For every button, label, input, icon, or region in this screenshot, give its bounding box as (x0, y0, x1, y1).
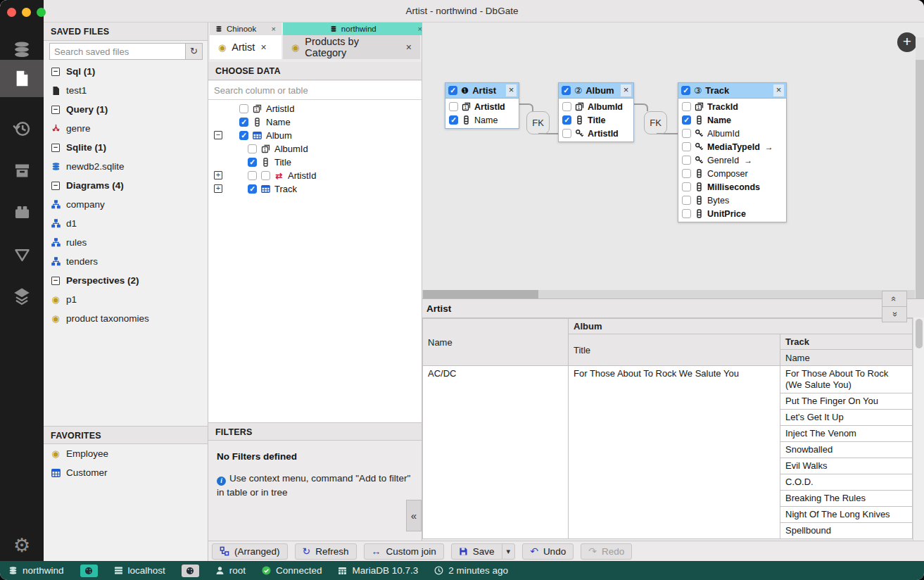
saved-file-product-taxonomies[interactable]: ◉product taxonomies (44, 309, 208, 328)
node-column-row[interactable]: Milliseconds (678, 180, 786, 194)
cell-artist-name[interactable]: AC/DC (423, 366, 569, 539)
expand-reference-arrow[interactable]: → (765, 142, 773, 152)
refresh-button[interactable]: ↻ Refresh (295, 543, 357, 560)
cell-track-name[interactable]: Night Of The Long Knives (780, 507, 913, 523)
tree-row-artistid[interactable]: 1 ArtistId (208, 102, 422, 115)
checkbox[interactable] (248, 144, 257, 153)
node-column-row[interactable]: ArtistId (559, 127, 633, 140)
node-column-row[interactable]: Name (678, 113, 786, 127)
checkbox[interactable] (562, 129, 571, 138)
fk-join-badge[interactable]: FK (526, 111, 550, 134)
checkbox[interactable] (682, 156, 691, 165)
statusbar-server[interactable]: localhost (114, 565, 165, 576)
sidebar-item-settings[interactable]: ⚙ (0, 528, 44, 563)
saved-group-diagrams[interactable]: −Diagrams (4) (44, 176, 208, 195)
statusbar-database[interactable]: northwind (8, 565, 64, 576)
node-header-artist[interactable]: ❶ Artist × (445, 83, 519, 99)
cell-track-name[interactable]: For Those About To Rock (We Salute You) (780, 366, 913, 393)
checkbox[interactable] (562, 86, 571, 95)
checkbox[interactable] (239, 118, 248, 127)
saved-file-newdb2[interactable]: newdb2.sqlite (44, 157, 208, 176)
close-icon[interactable]: × (621, 84, 631, 96)
checkbox[interactable] (248, 184, 257, 194)
reload-files-icon[interactable]: ↻ (186, 43, 203, 60)
node-column-row[interactable]: GenreId→ (678, 153, 786, 167)
node-column-row[interactable]: 1AlbumId (559, 100, 633, 113)
saved-group-query[interactable]: −Query (1) (44, 100, 208, 119)
checkbox[interactable] (448, 86, 457, 95)
node-column-row[interactable]: UnitPrice (678, 207, 786, 220)
close-icon[interactable]: × (406, 42, 412, 53)
checkbox[interactable] (682, 209, 691, 218)
scrollbar-thumb[interactable] (916, 319, 923, 348)
tab-products-by-category[interactable]: ◉ Products by Category × (283, 35, 420, 59)
checkbox[interactable] (682, 182, 691, 191)
collapse-icon[interactable]: − (214, 131, 222, 139)
column-group-track[interactable]: Track (780, 334, 913, 350)
tree-row-title[interactable]: Title (208, 156, 422, 169)
saved-file-genre[interactable]: genre (44, 119, 208, 138)
scrollbar-thumb[interactable] (423, 290, 538, 298)
tree-row-track[interactable]: + Track (208, 182, 422, 196)
cell-track-name[interactable]: Let's Get It Up (780, 410, 913, 426)
diagram-node-artist[interactable]: ❶ Artist × 1ArtistId Name (445, 82, 519, 129)
column-header-artist-name[interactable]: Name (423, 319, 569, 366)
close-icon[interactable]: × (272, 25, 276, 33)
canvas-horizontal-scrollbar[interactable] (422, 290, 915, 298)
checkbox[interactable] (682, 142, 691, 151)
custom-join-button[interactable]: ↔ Custom join (364, 543, 444, 560)
column-header-track-name[interactable]: Name (780, 350, 913, 366)
cell-track-name[interactable]: Put The Finger On You (780, 393, 913, 410)
cell-track-name[interactable]: Inject The Venom (780, 426, 913, 442)
saved-file-rules[interactable]: rules (44, 233, 208, 252)
saved-file-p1[interactable]: ◉p1 (44, 290, 208, 309)
node-column-row[interactable]: Composer (678, 167, 786, 180)
checkbox[interactable] (449, 102, 458, 111)
node-column-row[interactable]: Name (445, 113, 519, 127)
node-column-row[interactable]: MediaTypeId→ (678, 140, 786, 153)
saved-group-perspectives[interactable]: −Perspectives (2) (44, 271, 208, 290)
expand-all-button[interactable]: « (882, 306, 907, 322)
connection-color-picker[interactable] (182, 565, 199, 577)
checkbox[interactable] (248, 158, 257, 167)
collapse-icon[interactable]: − (51, 106, 60, 114)
cell-track-name[interactable]: Breaking The Rules (780, 491, 913, 507)
collapse-icon[interactable]: − (51, 144, 60, 152)
close-icon[interactable]: × (773, 84, 784, 96)
undo-button[interactable]: ↶ Undo (522, 543, 574, 560)
sidebar-item-layers[interactable] (0, 279, 44, 314)
node-column-row[interactable]: 1ArtistId (445, 100, 519, 113)
expand-icon[interactable]: + (214, 171, 222, 179)
node-column-row[interactable]: Bytes (678, 194, 786, 207)
checkbox[interactable] (682, 115, 691, 125)
tab-group-northwind[interactable]: northwind × (283, 23, 428, 35)
saved-files-search-input[interactable] (49, 43, 186, 60)
tab-group-chinook[interactable]: Chinook × (210, 23, 281, 35)
save-button[interactable]: Save (451, 543, 502, 560)
tab-artist[interactable]: ◉ Artist × (210, 35, 281, 59)
tree-row-albumid[interactable]: 1 AlbumId (208, 142, 422, 156)
sidebar-item-compare[interactable] (0, 237, 44, 272)
node-column-row[interactable]: AlbumId (678, 127, 786, 140)
collapse-filters-button[interactable]: « (406, 500, 422, 531)
checkbox[interactable] (681, 86, 690, 95)
saved-file-tenders[interactable]: tenders (44, 252, 208, 271)
minimize-window-button[interactable] (22, 8, 31, 17)
checkbox[interactable] (562, 102, 571, 111)
sidebar-item-history[interactable] (0, 111, 44, 146)
scrollbar-thumb[interactable] (916, 60, 924, 304)
close-icon[interactable]: × (260, 42, 266, 53)
saved-group-sqlite[interactable]: −Sqlite (1) (44, 138, 208, 157)
checkbox[interactable] (261, 171, 270, 180)
collapse-icon[interactable]: − (51, 68, 60, 76)
collapse-all-button[interactable]: « (882, 291, 907, 307)
grid-vertical-scrollbar[interactable] (913, 317, 924, 541)
favorite-customer[interactable]: Customer (44, 463, 208, 482)
checkbox[interactable] (562, 115, 571, 125)
saved-file-test1[interactable]: test1 (44, 81, 208, 100)
collapse-icon[interactable]: − (51, 277, 60, 285)
sidebar-item-archive[interactable] (0, 153, 44, 188)
node-column-row[interactable]: Title (559, 113, 633, 127)
saved-file-d1[interactable]: d1 (44, 214, 208, 233)
cell-track-name[interactable]: Evil Walks (780, 458, 913, 474)
